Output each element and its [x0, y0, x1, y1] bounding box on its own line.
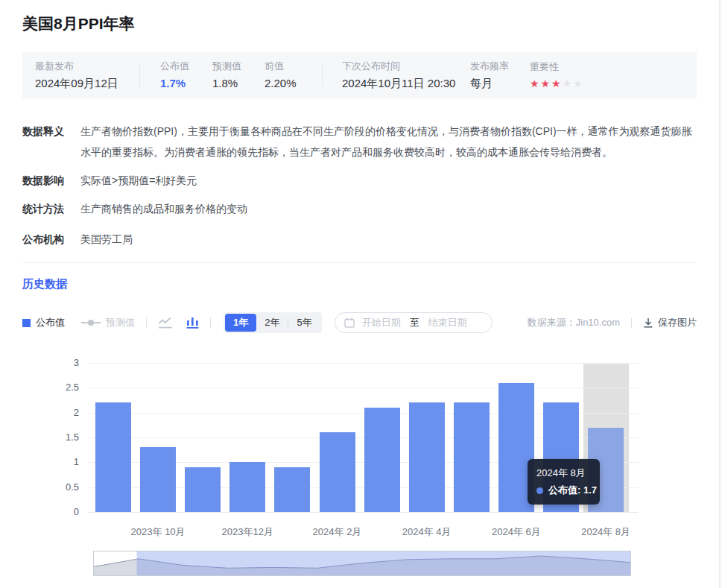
period-1y-button[interactable]: 1年 — [225, 314, 256, 332]
download-icon — [643, 317, 653, 328]
x-axis-tick-label: 2024年 6月 — [475, 525, 557, 539]
bar-2024年2月[interactable] — [320, 432, 355, 512]
bar-chart-toggle[interactable] — [186, 317, 199, 329]
row-definition: 数据释义 生产者物价指数(PPI)，主要用于衡量各种商品在不同生产阶段的价格变化… — [22, 121, 697, 162]
row-text: 实际值>预期值=利好美元 — [80, 173, 197, 188]
divider — [146, 317, 147, 328]
divider — [210, 317, 211, 328]
divider — [322, 64, 323, 86]
stat-value: 每月 — [470, 77, 530, 90]
tooltip-value: 公布值: 1.7 — [548, 484, 597, 497]
line-chart-icon — [158, 317, 173, 329]
gridline — [88, 363, 639, 364]
end-date-input[interactable]: 结束日期 — [428, 316, 467, 329]
y-axis-tick-label: 0 — [22, 506, 79, 518]
bar-2023年12月[interactable] — [229, 462, 265, 512]
stat-value: 1.8% — [212, 77, 265, 90]
row-label: 统计方法 — [22, 201, 80, 216]
legend-forecast[interactable]: 预测值 — [65, 316, 135, 329]
tooltip-value-line: 公布值: 1.7 — [536, 484, 591, 497]
bar-chart-icon — [186, 317, 199, 329]
bar-2024年5月[interactable] — [454, 402, 490, 512]
row-label: 数据影响 — [22, 173, 80, 188]
save-image-button[interactable]: 保存图片 — [643, 316, 697, 329]
bar-2023年9月[interactable] — [95, 402, 131, 512]
gridline — [88, 512, 639, 513]
page-title: 美国8月PPI年率 — [22, 13, 697, 34]
x-axis-tick-label: 2024年 4月 — [386, 525, 468, 539]
star-filled-icon: ★★★ — [530, 78, 563, 89]
y-axis-tick-label: 2.5 — [22, 382, 79, 393]
data-zoom-slider[interactable] — [93, 551, 631, 576]
y-axis-tick-label: 0.5 — [22, 481, 79, 493]
stat-frequency: 发布频率 每月 — [470, 60, 530, 90]
chart-toolbar: 公布值 预测值 1年 2年 5年 — [22, 312, 697, 334]
history-section-title: 历史数据 — [22, 276, 697, 291]
bar-2023年10月[interactable] — [140, 447, 176, 512]
stat-value: 2024年10月11日 20:30 — [342, 77, 470, 90]
history-bar-chart[interactable]: 00.511.522.532023年 10月2023年12月2024年 2月20… — [22, 352, 697, 540]
section-divider — [22, 262, 697, 263]
stat-value: 2024年09月12日 — [35, 77, 139, 90]
x-axis-tick-label: 2023年 10月 — [117, 525, 199, 539]
date-separator: 至 — [410, 316, 419, 329]
bar-2024年4月[interactable] — [409, 402, 445, 512]
y-axis-tick-label: 1.5 — [22, 431, 79, 443]
stat-label: 下次公布时间 — [342, 60, 470, 72]
row-text: 美国劳工局 — [80, 232, 133, 247]
indicator-detail-page: 美国8月PPI年率 最新发布 2024年09月12日 公布值 1.7% 预测值 … — [0, 13, 722, 588]
stat-label: 发布频率 — [470, 60, 530, 72]
row-method: 统计方法 生产商销售的成品和服务价格的变动 — [22, 201, 697, 216]
y-axis-tick-label: 2 — [22, 407, 79, 419]
row-label: 数据释义 — [22, 121, 80, 162]
stat-published: 公布值 1.7% — [160, 60, 212, 90]
date-range-picker[interactable]: 开始日期 至 结束日期 — [335, 312, 493, 333]
stat-value-published: 1.7% — [160, 77, 212, 90]
stat-value: 2.20% — [265, 77, 322, 90]
divider — [139, 64, 140, 86]
calendar-icon — [344, 317, 355, 328]
period-5y-button[interactable]: 5年 — [288, 314, 320, 332]
period-switch: 1年 2年 5年 — [224, 312, 322, 333]
stat-label: 最新发布 — [35, 60, 139, 72]
save-image-label: 保存图片 — [658, 316, 697, 329]
tooltip-series-dot-icon — [536, 487, 543, 494]
stat-latest-release: 最新发布 2024年09月12日 — [35, 60, 139, 90]
row-text: 生产者物价指数(PPI)，主要用于衡量各种商品在不同生产阶段的价格变化情况，与消… — [80, 121, 697, 162]
importance-stars: ★★★★★ — [530, 77, 584, 90]
page-scrollbar[interactable] — [719, 0, 722, 588]
legend-label: 公布值 — [36, 316, 65, 329]
tooltip-title: 2024年 8月 — [536, 466, 591, 480]
legend-line-dot-icon — [81, 322, 101, 323]
row-text: 生产商销售的成品和服务价格的变动 — [80, 201, 247, 216]
legend-label: 预测值 — [106, 316, 135, 329]
y-axis-tick-label: 3 — [22, 357, 79, 369]
stat-label: 预测值 — [212, 60, 265, 72]
divider — [631, 317, 632, 328]
legend-published[interactable]: 公布值 — [22, 316, 65, 329]
stat-label: 前值 — [265, 60, 322, 72]
star-empty-icon: ★★ — [563, 78, 584, 89]
period-2y-button[interactable]: 2年 — [256, 314, 288, 332]
row-label: 公布机构 — [22, 232, 80, 247]
stat-forecast: 预测值 1.8% — [212, 60, 265, 90]
stat-label: 公布值 — [160, 60, 212, 72]
bar-2024年1月[interactable] — [274, 467, 310, 512]
chart-tooltip: 2024年 8月 公布值: 1.7 — [528, 459, 600, 505]
stat-importance: 重要性 ★★★★★ — [530, 61, 584, 90]
bar-2023年11月[interactable] — [185, 467, 221, 512]
legend-square-icon — [22, 319, 31, 327]
stat-previous: 前值 2.20% — [265, 60, 322, 90]
data-source-text: 数据来源：Jin10.com — [528, 316, 620, 329]
x-axis-tick-label: 2024年 8月 — [565, 525, 647, 539]
x-axis-tick-label: 2023年12月 — [206, 525, 288, 539]
start-date-input[interactable]: 开始日期 — [362, 316, 401, 329]
line-chart-toggle[interactable] — [158, 317, 173, 329]
x-axis-tick-label: 2024年 2月 — [297, 525, 379, 539]
stat-label: 重要性 — [530, 61, 584, 72]
stat-next-release: 下次公布时间 2024年10月11日 20:30 — [342, 60, 470, 90]
stats-bar: 最新发布 2024年09月12日 公布值 1.7% 预测值 1.8% 前值 2.… — [22, 52, 697, 98]
y-axis-tick-label: 1 — [22, 456, 79, 468]
bar-2024年3月[interactable] — [364, 408, 400, 512]
row-agency: 公布机构 美国劳工局 — [22, 232, 697, 247]
